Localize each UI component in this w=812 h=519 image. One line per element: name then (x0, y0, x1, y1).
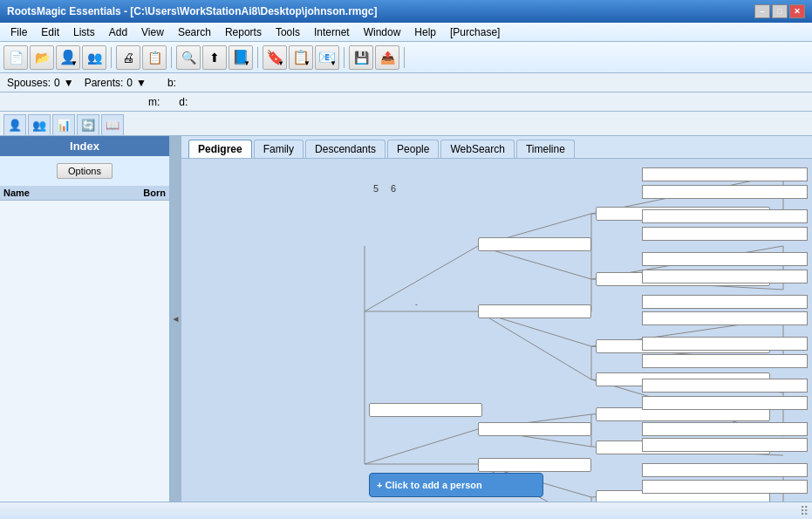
close-button[interactable]: ✕ (789, 4, 805, 18)
right-box-16[interactable] (642, 480, 808, 494)
print-button[interactable]: 🖨 (116, 45, 140, 70)
right-box-11[interactable] (642, 379, 808, 393)
spouses-value: 0 (54, 77, 60, 89)
right-box-6[interactable] (642, 270, 808, 283)
status-bar: ⠿ (0, 502, 812, 519)
nav-icon-bar: 👤 👥 📊 🔄 📖 (0, 112, 812, 136)
nav-refresh-icon[interactable]: 🔄 (77, 114, 99, 135)
menu-window[interactable]: Window (357, 24, 408, 40)
web-button[interactable]: 📤 (375, 45, 399, 70)
sidebar: Index Options Name Born (0, 136, 171, 502)
menu-edit[interactable]: Edit (34, 24, 66, 40)
right-box-15[interactable] (642, 463, 808, 477)
m-label: m: (148, 96, 160, 108)
parents-label: Parents: (85, 77, 124, 89)
right-box-1[interactable] (642, 167, 808, 181)
ped-box-gen1-1[interactable] (478, 237, 591, 251)
nav-book-icon[interactable]: 📖 (101, 114, 124, 135)
gen1-dash: - (415, 300, 418, 309)
b-label: b: (167, 77, 176, 89)
name-column-header: Name (3, 188, 143, 198)
pedigree-tab-bar: Pedigree Family Descendants People WebSe… (181, 136, 812, 159)
right-box-9[interactable] (642, 337, 808, 351)
menu-internet[interactable]: Internet (307, 24, 357, 40)
parents-dropdown-icon[interactable]: ▼ (136, 77, 147, 89)
tab-descendants[interactable]: Descendants (305, 140, 386, 158)
add-person-button[interactable]: + Click to add a person (369, 473, 543, 497)
ped-box-gen1-2[interactable] (478, 304, 591, 318)
spouses-dropdown-icon[interactable]: ▼ (64, 77, 74, 89)
menu-bar: File Edit Lists Add View Search Reports … (0, 23, 812, 42)
toolbar-separator-2 (171, 47, 172, 68)
menu-view[interactable]: View (134, 24, 171, 40)
ped-box-gen0-top[interactable] (369, 403, 482, 417)
right-box-2[interactable] (642, 185, 808, 199)
menu-reports[interactable]: Reports (218, 24, 269, 40)
bookmark-button[interactable]: 📘▼ (229, 45, 253, 70)
nav-person-icon[interactable]: 👤 (3, 114, 26, 135)
tab-timeline[interactable]: Timeline (516, 140, 575, 158)
reports-button[interactable]: 💾 (349, 45, 373, 70)
main-content: Index Options Name Born ◄ Pedigree Famil… (0, 136, 812, 502)
menu-lists[interactable]: Lists (66, 24, 102, 40)
right-box-13[interactable] (642, 422, 808, 436)
d-label: d: (179, 96, 188, 108)
svg-line-7 (478, 311, 591, 379)
ped-box-gen1-4[interactable] (478, 458, 591, 472)
sidebar-collapse-handle[interactable]: ◄ (171, 136, 181, 502)
svg-line-9 (365, 429, 478, 464)
right-box-8[interactable] (642, 311, 808, 325)
go-back-button[interactable]: ⬆ (202, 45, 227, 70)
pedigree-area: Pedigree Family Descendants People WebSe… (181, 136, 812, 502)
tab-websearch[interactable]: WebSearch (440, 140, 514, 158)
open-button[interactable]: 📂 (30, 45, 54, 70)
toolbar: 📄 📂 👤▼ 👥 🖨 📋 🔍 ⬆ 📘▼ 🔖▼ 📋▼ 📧▼ 💾 📤 (0, 42, 812, 73)
ped-box-gen1-3[interactable] (478, 422, 591, 436)
resize-grip[interactable]: ⠿ (800, 504, 809, 518)
app-title: RootsMagic Essentials - [C:\Users\WorkSt… (7, 5, 378, 17)
notes-button[interactable]: 📧▼ (315, 45, 339, 70)
new-button[interactable]: 📄 (3, 45, 28, 70)
menu-purchase[interactable]: [Purchase] (443, 24, 507, 40)
maximize-button[interactable]: □ (772, 4, 788, 18)
tab-pedigree[interactable]: Pedigree (188, 140, 252, 158)
print-preview-button[interactable]: 📋 (142, 45, 167, 70)
parents-value: 0 (126, 77, 133, 89)
born-column-header: Born (143, 188, 166, 198)
title-bar: RootsMagic Essentials - [C:\Users\WorkSt… (0, 0, 812, 23)
menu-file[interactable]: File (3, 24, 34, 40)
tab-family[interactable]: Family (254, 140, 304, 158)
add-person-button[interactable]: 👤▼ (56, 45, 80, 70)
svg-line-0 (365, 246, 478, 311)
menu-add[interactable]: Add (102, 24, 134, 40)
sources-button[interactable]: 🔖▼ (263, 45, 287, 70)
person-list (0, 201, 169, 502)
right-box-4[interactable] (642, 227, 808, 241)
tab-people[interactable]: People (387, 140, 439, 158)
pedigree-chart: 5 6 + Click to add a person - - (181, 159, 812, 502)
right-box-5[interactable] (642, 252, 808, 266)
window-controls: – □ ✕ (754, 4, 805, 18)
sidebar-column-header: Name Born (0, 186, 169, 201)
nav-chart-icon[interactable]: 📊 (52, 114, 75, 135)
toolbar-separator-5 (404, 47, 405, 68)
menu-help[interactable]: Help (407, 24, 443, 40)
toolbar-separator-4 (344, 47, 345, 68)
minimize-button[interactable]: – (754, 4, 770, 18)
right-box-14[interactable] (642, 438, 808, 452)
right-box-3[interactable] (642, 209, 808, 223)
right-box-10[interactable] (642, 354, 808, 368)
info-bar-2: m: d: (0, 92, 812, 112)
spouses-label: Spouses: (7, 77, 51, 89)
menu-search[interactable]: Search (171, 24, 218, 40)
right-box-7[interactable] (642, 295, 808, 309)
search-button[interactable]: 🔍 (176, 45, 201, 70)
nav-num-5[interactable]: 5 (373, 183, 379, 194)
menu-tools[interactable]: Tools (269, 24, 307, 40)
options-button[interactable]: Options (57, 163, 113, 179)
media-button[interactable]: 📋▼ (289, 45, 313, 70)
nav-family-icon[interactable]: 👥 (28, 114, 51, 135)
add-family-button[interactable]: 👥 (82, 45, 106, 70)
right-box-12[interactable] (642, 396, 808, 410)
nav-num-6[interactable]: 6 (391, 183, 396, 194)
